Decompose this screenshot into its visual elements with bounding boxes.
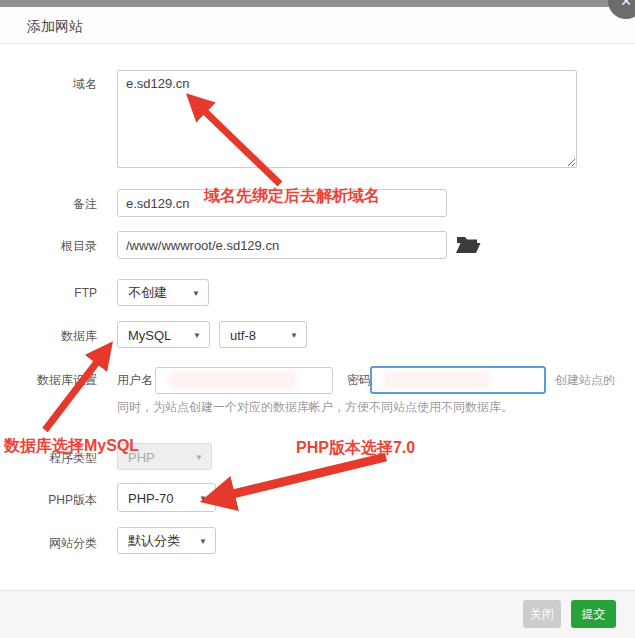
db-note-right: 创建站点的 [555,372,615,389]
database-charset-select[interactable]: utf-8 ▼ [219,321,307,348]
root-dir-input[interactable] [117,231,447,259]
close-icon: ✕ [620,0,632,9]
submit-button[interactable]: 提交 [571,600,616,628]
program-type-value: PHP [128,449,155,464]
database-type-value: MySQL [128,327,171,342]
root-dir-label: 根目录 [0,238,97,255]
program-type-select-disabled: PHP ▼ [117,443,212,470]
chevron-down-icon: ▼ [199,536,207,545]
annotation-arrow-php [212,457,386,499]
annotation-php-tip: PHP版本选择7.0 [296,438,415,459]
php-version-select[interactable]: PHP-70 ▼ [117,483,216,512]
php-version-label: PHP版本 [0,492,97,509]
db-username-input[interactable] [155,367,333,394]
database-type-select[interactable]: MySQL ▼ [117,321,210,348]
db-username-label: 用户名 [117,372,153,389]
ftp-label: FTP [0,286,97,300]
db-note-line2: 同时，为站点创建一个对应的数据库帐户，方便不同站点使用不同数据库。 [117,399,513,416]
site-category-label: 网站分类 [0,535,97,552]
close-button[interactable]: 关闭 [523,600,561,628]
dialog-header: 添加网站 [0,7,635,44]
db-password-input[interactable] [370,366,546,394]
site-category-value: 默认分类 [128,532,180,550]
domain-textarea[interactable]: e.sd129.cn [117,70,577,168]
ftp-selected-value: 不创建 [128,284,167,302]
domain-label: 域名 [0,76,97,93]
db-settings-label: 数据库设置 [0,372,97,389]
annotation-arrow-database [45,349,107,430]
site-category-select[interactable]: 默认分类 ▼ [117,527,216,554]
window-top-bar [0,0,635,7]
database-label: 数据库 [0,328,97,345]
folder-icon[interactable] [456,235,481,255]
chevron-down-icon: ▼ [195,452,203,461]
chevron-down-icon: ▼ [199,493,207,502]
program-type-label: 程序类型 [0,450,97,467]
database-charset-value: utf-8 [230,327,256,342]
chevron-down-icon: ▼ [290,330,298,339]
chevron-down-icon: ▼ [193,330,201,339]
php-version-value: PHP-70 [128,490,174,505]
remark-label: 备注 [0,196,97,213]
remark-input[interactable] [117,189,447,217]
ftp-select[interactable]: 不创建 ▼ [117,279,209,306]
chevron-down-icon: ▼ [192,288,200,297]
dialog-title: 添加网站 [27,18,83,36]
db-password-label: 密码 [347,372,371,389]
